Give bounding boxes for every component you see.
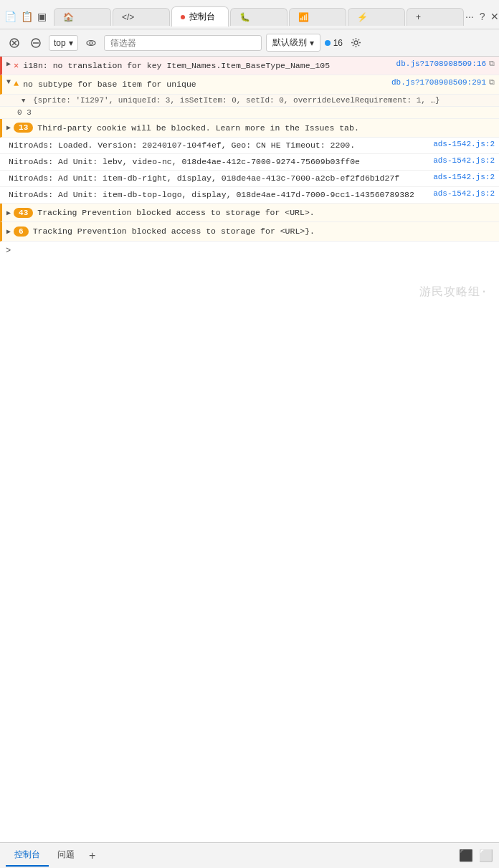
- tab-bar-right-icons: ··· ? ✕: [465, 11, 499, 22]
- copy-icon-1[interactable]: ⧉: [489, 59, 495, 68]
- grid-icon[interactable]: ▣: [37, 11, 47, 22]
- eye-button[interactable]: [82, 34, 100, 52]
- svg-point-6: [90, 42, 92, 44]
- log-row-nitro-1: NitroAds: Loaded. Version: 20240107-104f…: [0, 138, 499, 154]
- warning-count: 0 3: [0, 107, 499, 119]
- help-icon[interactable]: ?: [480, 11, 485, 22]
- sub-expand-arrow[interactable]: [22, 97, 25, 105]
- log-source-nitro-1[interactable]: ads-1542.js:2: [433, 140, 495, 148]
- tab-add[interactable]: +: [407, 8, 464, 26]
- log-source-nitro-3[interactable]: ads-1542.js:2: [433, 173, 495, 181]
- log-row-tracking-43: 43 Tracking Prevention blocked access to…: [0, 204, 499, 222]
- level-dropdown-icon: ▾: [310, 38, 314, 48]
- log-row-nitro-3: NitroAds: Ad Unit: item-db-right, displa…: [0, 171, 499, 187]
- prompt-caret: >: [6, 246, 11, 256]
- log-row-grouped-13: 13 Third-party cookie will be blocked. L…: [0, 119, 499, 138]
- add-panel-button[interactable]: +: [83, 846, 101, 865]
- wifi-icon: 📶: [298, 12, 309, 22]
- copy-icon-2[interactable]: ⧉: [489, 78, 495, 87]
- console-prompt-row[interactable]: >: [0, 242, 499, 260]
- bug-icon: 🐛: [239, 12, 250, 22]
- nitro-text-4: NitroAds: Ad Unit: item-db-top-logo, dis…: [9, 189, 427, 201]
- bottom-tab-issues[interactable]: 问题: [49, 844, 83, 867]
- code-icon: </>: [122, 12, 134, 22]
- tab-network[interactable]: 📶: [289, 8, 346, 26]
- expand-arrow-grouped-13[interactable]: [6, 123, 11, 132]
- log-source-nitro-4[interactable]: ads-1542.js:2: [433, 189, 495, 198]
- log-row-warning-1: ▲ no subtype for base item for unique db…: [0, 75, 499, 94]
- log-source-group-2: db.js?1708908509:291 ⧉: [386, 78, 495, 87]
- watermark-area: 游民攻略组·: [0, 260, 499, 303]
- clear-console-button[interactable]: [6, 34, 23, 52]
- bottom-tab-console-label: 控制台: [14, 849, 40, 859]
- add-tab-icon: +: [416, 12, 421, 22]
- badge-43: 43: [14, 208, 33, 218]
- bottom-tab-issues-label: 问题: [57, 849, 75, 859]
- duplicate-icon[interactable]: 📋: [21, 11, 33, 22]
- log-source-nitro-2[interactable]: ads-1542.js:2: [433, 156, 495, 165]
- issue-dot: [325, 40, 331, 46]
- log-source-group-1: db.js?1708908509:16 ⧉: [391, 59, 495, 68]
- level-selector[interactable]: 默认级别 ▾: [266, 34, 320, 52]
- tab-bar: 📄 📋 ▣ 🏠 </> 控制台 🐛 📶 ⚡ + ··· ?: [0, 0, 499, 29]
- bottom-tab-right-icons: ⬛ ⬜: [459, 849, 493, 862]
- new-tab-icon-1[interactable]: 📄: [4, 11, 16, 22]
- block-icon[interactable]: [27, 34, 44, 52]
- filter-input[interactable]: [104, 35, 262, 51]
- browser-chrome: 📄 📋 ▣ 🏠 </> 控制台 🐛 📶 ⚡ + ··· ?: [0, 0, 499, 57]
- close-icon[interactable]: ✕: [490, 11, 499, 22]
- tab-home[interactable]: 🏠: [54, 8, 111, 26]
- error-icon-1: ✕: [14, 60, 19, 71]
- log-text-tracking-6: Tracking Prevention blocked access to st…: [33, 225, 495, 237]
- home-icon: 🏠: [63, 12, 74, 22]
- nitro-text-2: NitroAds: Ad Unit: lebv, video-nc, 018de…: [9, 156, 427, 168]
- dock-bottom-icon[interactable]: ⬛: [459, 849, 473, 862]
- tab-console-label: 控制台: [189, 11, 215, 23]
- svg-point-7: [354, 41, 358, 44]
- log-row-nitro-4: NitroAds: Ad Unit: item-db-top-logo, dis…: [0, 187, 499, 204]
- warning-subtext: {sprite: 'I1297', uniqueId: 3, isSetItem…: [0, 95, 499, 107]
- perf-icon: ⚡: [357, 12, 368, 22]
- log-source-error-1[interactable]: db.js?1708908509:16: [396, 59, 486, 68]
- log-text-warning-1: no subtype for base item for unique: [23, 78, 386, 90]
- log-row-nitro-2: NitroAds: Ad Unit: lebv, video-nc, 018de…: [0, 154, 499, 171]
- tab-active-dot: [181, 15, 185, 19]
- log-text-grouped-13: Third-party cookie will be blocked. Lear…: [37, 122, 495, 134]
- issue-count: 16: [325, 38, 343, 48]
- log-row-error-1: ✕ i18n: no translation for key Item_Name…: [0, 57, 499, 75]
- console-output: ✕ i18n: no translation for key Item_Name…: [0, 57, 499, 842]
- badge-6: 6: [14, 226, 29, 237]
- context-selector[interactable]: top ▾: [49, 35, 78, 51]
- log-text-error-1: i18n: no translation for key Item_Names.…: [23, 59, 390, 72]
- settings-button[interactable]: [347, 34, 364, 52]
- tab-bug[interactable]: 🐛: [230, 8, 287, 26]
- tab-console[interactable]: 控制台: [171, 6, 229, 27]
- console-toolbar: top ▾ 默认级别 ▾ 16: [0, 29, 499, 56]
- more-options-icon[interactable]: ···: [465, 11, 474, 22]
- expand-arrow-tracking-6[interactable]: [6, 227, 11, 236]
- watermark-text: 游民攻略组·: [419, 285, 488, 300]
- tab-bar-left-icons: 📄 📋 ▣: [4, 11, 47, 22]
- expand-arrow-warning-1[interactable]: [6, 78, 11, 86]
- nitro-text-3: NitroAds: Ad Unit: item-db-right, displa…: [9, 173, 427, 184]
- nitro-text-1: NitroAds: Loaded. Version: 20240107-104f…: [9, 140, 427, 151]
- expand-arrow-tracking-43[interactable]: [6, 209, 11, 217]
- level-label: 默认级别: [272, 37, 307, 49]
- expand-arrow-error-1[interactable]: [6, 59, 11, 68]
- tab-perf[interactable]: ⚡: [348, 8, 405, 26]
- log-text-tracking-43: Tracking Prevention blocked access to st…: [37, 206, 495, 219]
- context-label: top: [54, 38, 66, 48]
- log-row-tracking-6: 6 Tracking Prevention blocked access to …: [0, 222, 499, 241]
- badge-13: 13: [14, 123, 33, 133]
- log-source-warning-1[interactable]: db.js?1708908509:291: [391, 78, 486, 87]
- bottom-tab-console[interactable]: 控制台: [6, 844, 49, 867]
- warning-icon-1: ▲: [14, 79, 19, 89]
- tab-code[interactable]: </>: [113, 8, 170, 26]
- issue-count-label: 16: [333, 38, 343, 48]
- bottom-tab-bar: 控制台 问题 + ⬛ ⬜: [0, 842, 499, 868]
- context-dropdown-icon: ▾: [69, 38, 73, 48]
- undock-icon[interactable]: ⬜: [479, 849, 493, 862]
